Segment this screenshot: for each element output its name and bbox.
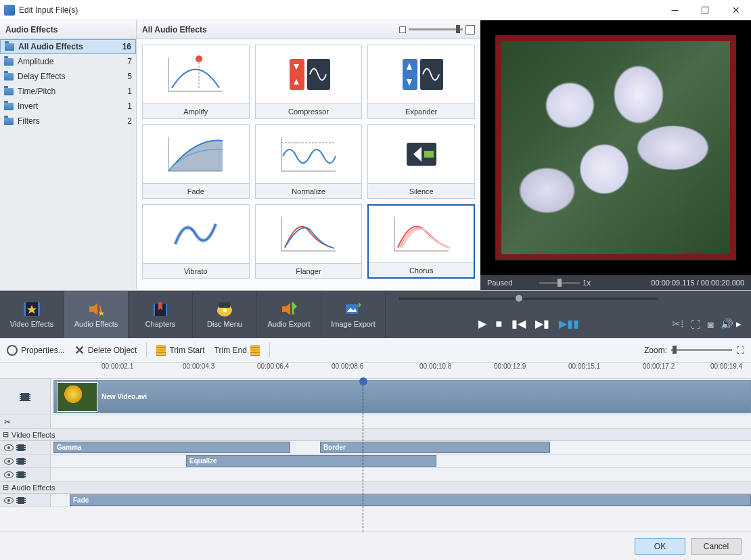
tab-image-export[interactable]: Image Export xyxy=(321,291,386,338)
audio-fx-track-1: Fade xyxy=(0,494,751,507)
track-head[interactable] xyxy=(0,468,51,481)
play-button[interactable]: ▶ xyxy=(478,317,486,330)
zoom-large-icon xyxy=(465,25,475,34)
trim-end-icon xyxy=(250,345,260,356)
track-head[interactable] xyxy=(0,454,51,467)
video-effects-section[interactable]: ⊟ Video Effects xyxy=(0,429,751,441)
timeline: 00:00:02.1 00:00:04.3 00:00:06.4 00:00:0… xyxy=(0,363,751,532)
preview-pane: Paused 1x 00:00:09.115 / 00:00:20.000 xyxy=(480,20,751,290)
ok-button[interactable]: OK xyxy=(635,538,685,555)
tab-audio-effects[interactable]: Audio Effects xyxy=(64,291,129,338)
effects-header: All Audio Effects xyxy=(137,20,480,39)
properties-button[interactable]: Properties... xyxy=(7,345,65,356)
prev-frame-button[interactable]: ▮◀ xyxy=(511,317,526,330)
eye-icon xyxy=(4,497,14,504)
cancel-button[interactable]: Cancel xyxy=(691,538,742,555)
folder-icon xyxy=(5,43,14,51)
track-head[interactable] xyxy=(0,494,51,507)
clip-thumbnail xyxy=(57,382,97,412)
tab-audio-export[interactable]: Audio Export xyxy=(257,291,321,338)
video-track-head[interactable] xyxy=(0,379,51,415)
preview-video[interactable] xyxy=(495,35,736,260)
svg-rect-13 xyxy=(154,304,155,316)
svg-point-16 xyxy=(223,309,227,312)
border-clip[interactable]: Border xyxy=(320,442,550,453)
preview-statusbar: Paused 1x 00:00:09.115 / 00:00:20.000 xyxy=(480,275,751,290)
trim-end-button[interactable]: Trim End xyxy=(214,345,260,356)
effects-grid: Amplify Compressor Expander Fade Normali… xyxy=(137,39,480,290)
video-clip[interactable]: New Video.avi xyxy=(53,380,751,413)
minimize-button[interactable]: ─ xyxy=(660,0,690,20)
eye-icon xyxy=(4,471,14,478)
snapshot-button[interactable]: ◙ xyxy=(708,319,714,330)
property-bar: Properties... ✕Delete Object Trim Start … xyxy=(0,338,751,363)
tab-video-effects[interactable]: Video Effects xyxy=(0,291,64,338)
video-fx-track-3 xyxy=(0,468,751,482)
seek-bar[interactable] xyxy=(399,298,658,300)
bookmark-film-icon xyxy=(151,301,170,317)
trim-start-button[interactable]: Trim Start xyxy=(156,345,204,356)
thumbnail-zoom-control[interactable] xyxy=(399,25,475,34)
sidebar-item-time-pitch[interactable]: Time/Pitch 1 xyxy=(0,84,136,99)
next-frame-button[interactable]: ▶▮ xyxy=(535,317,549,330)
time-display: 00:00:09.115 / 00:00:20.000 xyxy=(651,279,744,287)
sidebar-item-all-audio-effects[interactable]: All Audio Effects 16 xyxy=(0,39,136,54)
svg-rect-11 xyxy=(38,302,40,316)
timeline-zoom-control[interactable]: Zoom: ⛶ xyxy=(644,346,744,355)
effect-vibrato[interactable]: Vibrato xyxy=(142,204,250,279)
sidebar-item-amplitude[interactable]: Amplitude 7 xyxy=(0,54,136,69)
film-icon xyxy=(16,497,26,504)
effect-normalize[interactable]: Normalize xyxy=(255,124,363,199)
sidebar-item-delay-effects[interactable]: Delay Effects 5 xyxy=(0,69,136,84)
fade-clip[interactable]: Fade xyxy=(70,494,751,506)
playback-mode-button[interactable]: ▶▮▮ xyxy=(559,317,579,330)
delete-object-button[interactable]: ✕Delete Object xyxy=(74,343,137,358)
eye-icon xyxy=(4,458,14,465)
sidebar-item-filters[interactable]: Filters 2 xyxy=(0,114,136,129)
timeline-ruler[interactable]: 00:00:02.1 00:00:04.3 00:00:06.4 00:00:0… xyxy=(0,363,751,379)
effect-fade[interactable]: Fade xyxy=(142,124,250,199)
effect-flanger[interactable]: Flanger xyxy=(255,204,363,279)
effects-panel: All Audio Effects Amplify Compressor Exp… xyxy=(137,20,480,290)
folder-icon xyxy=(4,88,14,95)
video-track: New Video.avi xyxy=(0,379,751,415)
eye-icon xyxy=(4,444,14,451)
fit-zoom-icon[interactable]: ⛶ xyxy=(736,346,744,355)
main-toolbar: Video Effects Audio Effects Chapters Dis… xyxy=(0,291,751,338)
track-head[interactable] xyxy=(0,441,51,454)
svg-rect-10 xyxy=(24,302,26,316)
equalize-clip[interactable]: Equalize xyxy=(186,455,436,467)
svg-rect-14 xyxy=(166,304,167,316)
svg-rect-8 xyxy=(424,151,434,158)
player-controls: ▶ ■ ▮◀ ▶▮ ▶▮▮ xyxy=(386,291,672,338)
disc-icon xyxy=(215,301,234,317)
sidebar-item-invert[interactable]: Invert 1 xyxy=(0,99,136,114)
playback-status: Paused xyxy=(487,279,512,287)
maximize-button[interactable]: ☐ xyxy=(690,0,721,20)
film-icon xyxy=(16,471,26,478)
effect-amplify[interactable]: Amplify xyxy=(142,45,250,119)
split-track-head[interactable]: ✂ xyxy=(0,415,51,428)
fullscreen-button[interactable]: ⛶ xyxy=(691,319,701,330)
split-button[interactable]: ✂⁞ xyxy=(672,318,684,330)
volume-button[interactable]: 🔊 ▸ xyxy=(721,318,742,330)
tab-chapters[interactable]: Chapters xyxy=(129,291,193,338)
video-fx-track-1: Gamma Border xyxy=(0,441,751,454)
effect-silence[interactable]: Silence xyxy=(367,124,475,199)
effect-compressor[interactable]: Compressor xyxy=(255,45,363,119)
svg-rect-2 xyxy=(290,59,304,90)
audio-effects-section[interactable]: ⊟ Audio Effects xyxy=(0,482,751,494)
split-track: ✂ xyxy=(0,415,751,429)
close-button[interactable]: ✕ xyxy=(721,0,751,20)
svg-rect-4 xyxy=(403,59,417,90)
svg-rect-17 xyxy=(219,302,230,308)
gamma-clip[interactable]: Gamma xyxy=(53,442,290,453)
effect-expander[interactable]: Expander xyxy=(367,45,475,119)
speed-control[interactable]: 1x xyxy=(539,279,591,287)
tab-disc-menu[interactable]: Disc Menu xyxy=(193,291,257,338)
zoom-small-icon xyxy=(399,26,406,33)
stop-button[interactable]: ■ xyxy=(496,318,503,330)
film-icon xyxy=(20,393,30,401)
speaker-star-icon xyxy=(87,301,106,317)
effect-chorus[interactable]: Chorus xyxy=(367,204,475,279)
